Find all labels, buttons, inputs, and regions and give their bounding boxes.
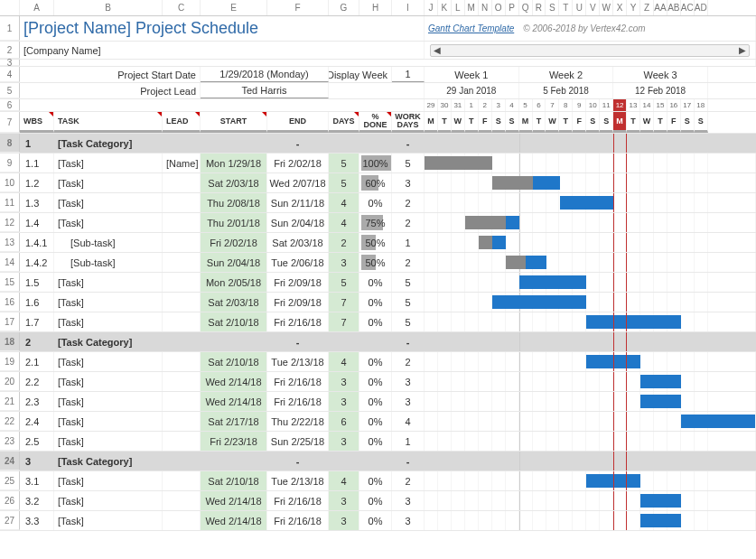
day-number: 11 (600, 99, 613, 111)
day-number: 9 (573, 99, 586, 111)
display-week-input[interactable]: 1 (392, 67, 425, 82)
task-row[interactable]: 232.5[Task]Fri 2/23/18Sun 2/25/1830%1 (0, 432, 756, 452)
page-title: [Project Name] Project Schedule (23, 19, 258, 38)
task-row[interactable]: 161.6[Task]Sat 2/03/18Fri 2/09/1870%5 (0, 293, 756, 312)
task-row[interactable]: 273.3[Task]Wed 2/14/18Fri 2/16/1830%3 (0, 511, 756, 531)
day-letter: S (681, 112, 695, 133)
task-row[interactable]: 151.5[Task]Mon 2/05/18Fri 2/09/1850%5 (0, 273, 756, 293)
day-number: 31 (452, 99, 465, 111)
colhead-pct[interactable]: % DONE (359, 112, 392, 133)
day-number: 2 (479, 99, 492, 111)
day-letter: S (586, 112, 600, 133)
day-number: 3 (492, 99, 506, 111)
day-letter: T (533, 112, 546, 133)
colhead-work[interactable]: WORK DAYS (392, 112, 425, 133)
day-letter: M (613, 112, 627, 133)
day-letter: T (627, 112, 640, 133)
day-number: 6 (533, 99, 546, 111)
task-row[interactable]: 131.4.1[Sub-task]Fri 2/02/18Sat 2/03/182… (0, 233, 756, 253)
start-date-input[interactable]: 1/29/2018 (Monday) (201, 67, 329, 82)
task-row[interactable]: 101.2[Task]Sat 2/03/18Wed 2/07/18560%3 (0, 173, 756, 193)
day-letter: F (479, 112, 492, 133)
day-letter: T (559, 112, 573, 133)
start-date-label: Project Start Date (20, 67, 201, 82)
day-letter: W (640, 112, 654, 133)
day-number: 10 (586, 99, 600, 111)
day-number: 15 (654, 99, 667, 111)
category-row[interactable]: 243[Task Category]-- (0, 452, 756, 471)
task-row[interactable]: 263.2[Task]Wed 2/14/18Fri 2/16/1830%3 (0, 491, 756, 511)
task-row[interactable]: 91.1[Task][Name]Mon 1/29/18Fri 2/02/1851… (0, 154, 756, 173)
day-number: 12 (613, 99, 627, 111)
task-row[interactable]: 192.1[Task]Sat 2/10/18Tue 2/13/1840%2 (0, 352, 756, 372)
task-row[interactable]: 111.3[Task]Thu 2/08/18Sun 2/11/1840%2 (0, 193, 756, 213)
week-date: 29 Jan 2018 (425, 83, 519, 98)
category-row[interactable]: 81[Task Category]-- (0, 134, 756, 154)
week-label: Week 1 (425, 67, 519, 82)
week-scrollbar[interactable]: ◀▶ (430, 44, 750, 57)
task-row[interactable]: 222.4[Task]Sat 2/17/18Thu 2/22/1860%4 (0, 412, 756, 432)
day-number: 18 (695, 99, 708, 111)
task-row[interactable]: 121.4[Task]Thu 2/01/18Sun 2/04/18475%2 (0, 213, 756, 233)
week-label: Week 3 (613, 67, 708, 82)
day-letter: S (695, 112, 708, 133)
task-row[interactable]: 212.3[Task]Wed 2/14/18Fri 2/16/1830%3 (0, 392, 756, 412)
day-number: 16 (667, 99, 681, 111)
day-letter: W (546, 112, 559, 133)
day-letter: M (425, 112, 438, 133)
day-number: 5 (519, 99, 533, 111)
day-number: 8 (559, 99, 573, 111)
day-letter: S (600, 112, 613, 133)
day-number: 29 (425, 99, 438, 111)
week-date: 5 Feb 2018 (519, 83, 614, 98)
day-number: 17 (681, 99, 695, 111)
display-week-label: Display Week (329, 67, 392, 82)
day-number: 14 (640, 99, 654, 111)
day-letter: S (492, 112, 506, 133)
day-letter: T (654, 112, 667, 133)
colhead-end[interactable]: END (267, 112, 329, 133)
task-row[interactable]: 253.1[Task]Sat 2/10/18Tue 2/13/1840%2 (0, 471, 756, 491)
day-number: 30 (438, 99, 452, 111)
task-row[interactable]: 171.7[Task]Sat 2/10/18Fri 2/16/1870%5 (0, 312, 756, 332)
day-letter: F (573, 112, 586, 133)
day-number: 1 (465, 99, 479, 111)
day-letter: T (465, 112, 479, 133)
colhead-lead[interactable]: LEAD (163, 112, 201, 133)
colhead-start[interactable]: START (201, 112, 267, 133)
colhead-wbs[interactable]: WBS (20, 112, 54, 133)
company-name[interactable]: [Company Name] (23, 45, 101, 56)
day-number: 7 (546, 99, 559, 111)
week-label: Week 2 (519, 67, 614, 82)
day-letter: S (506, 112, 519, 133)
day-number: 4 (506, 99, 519, 111)
day-letter: F (667, 112, 681, 133)
day-letter: T (438, 112, 452, 133)
scroll-left-icon[interactable]: ◀ (431, 45, 443, 56)
colhead-days[interactable]: DAYS (329, 112, 359, 133)
day-letter: M (519, 112, 533, 133)
project-lead-label: Project Lead (20, 83, 201, 98)
day-letter: W (452, 112, 465, 133)
project-lead-input[interactable]: Ted Harris (201, 83, 329, 98)
task-row[interactable]: 202.2[Task]Wed 2/14/18Fri 2/16/1830%3 (0, 372, 756, 392)
week-date: 12 Feb 2018 (613, 83, 708, 98)
scroll-right-icon[interactable]: ▶ (736, 45, 749, 56)
colhead-task[interactable]: TASK (54, 112, 163, 133)
task-row[interactable]: 141.4.2[Sub-task]Sun 2/04/18Tue 2/06/183… (0, 253, 756, 273)
template-link[interactable]: Gantt Chart Template (428, 23, 514, 33)
category-row[interactable]: 182[Task Category]-- (0, 332, 756, 352)
copyright-text: © 2006-2018 by Vertex42.com (523, 23, 645, 33)
day-number: 13 (627, 99, 640, 111)
